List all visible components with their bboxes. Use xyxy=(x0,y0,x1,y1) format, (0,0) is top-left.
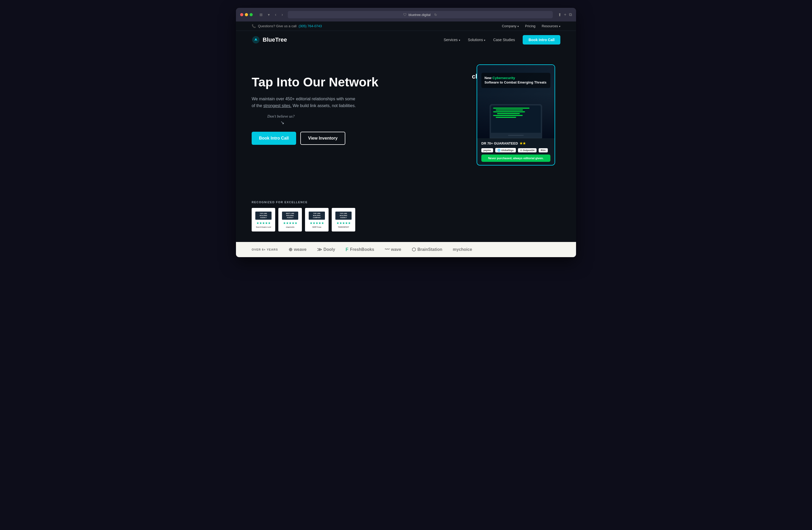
main-nav-links: Services Solutions Case Studies Book Int… xyxy=(444,35,560,44)
window-grid-button[interactable]: ⊞ xyxy=(258,12,264,17)
browser-titlebar: ⊞ ▾ ‹ › 🛡 bluetree.digital ↻ ⬆ + ⧉ xyxy=(236,8,576,22)
brand-dooly: ≫ Dooly xyxy=(317,247,335,252)
award-badge-3: TOP LINK BUILDING AGENCY ★★★★★ THEMANIFE… xyxy=(332,208,355,232)
client-logo-paymo: paymo xyxy=(481,148,493,152)
maximize-button[interactable] xyxy=(249,13,253,16)
security-icon: 🛡 xyxy=(403,13,407,17)
dont-believe-text: Don't believe us? xyxy=(267,114,378,118)
back-button[interactable]: ‹ xyxy=(273,12,278,17)
browser-controls: ⊞ ▾ ‹ › xyxy=(258,12,285,17)
book-intro-call-hero-button[interactable]: Book Intro Call xyxy=(252,132,296,145)
brainstation-icon: ⬡ xyxy=(412,247,416,252)
window-grid-chevron[interactable]: ▾ xyxy=(266,12,271,17)
client-logo-outpost24: ⊙Outpost24 xyxy=(518,148,537,152)
hero-section: Tap Into Our Network We maintain over 45… xyxy=(236,49,576,195)
client-logo-globalsign: 🌐GlobalSign xyxy=(495,148,516,152)
logos-bar: OVER 6+ YEARS ⊕ weave ≫ Dooly F FreshBoo… xyxy=(236,242,576,257)
company-nav[interactable]: Company xyxy=(502,24,519,28)
hero-left: Tap Into Our Network We maintain over 45… xyxy=(252,65,378,145)
top-bar-contact: 📞 Questions? Give us a call (305) 764-07… xyxy=(252,24,322,28)
client-logo-rsa: RSA xyxy=(539,148,548,152)
card-headline-pre: New xyxy=(484,76,492,80)
view-inventory-button[interactable]: View Inventory xyxy=(300,132,346,145)
brand-brainstation: ⬡ BrainStation xyxy=(412,247,443,252)
logo-area: BlueTree xyxy=(252,36,287,44)
address-bar[interactable]: 🛡 bluetree.digital ↻ xyxy=(288,11,553,18)
hero-right: ch New Cyber xyxy=(472,65,560,166)
arrow-down-icon: ↘ xyxy=(280,120,378,125)
award-2-source: SERP Forge xyxy=(313,226,321,228)
card-image: New Cybersecurity Software to Combat Eme… xyxy=(477,65,555,138)
pricing-nav[interactable]: Pricing xyxy=(525,24,536,28)
stars-icon: ★★ xyxy=(520,141,526,145)
logo-icon xyxy=(252,36,260,44)
new-tab-button[interactable]: + xyxy=(564,12,566,17)
browser-actions: ⬆ + ⧉ xyxy=(558,12,572,17)
svg-point-1 xyxy=(255,39,257,40)
award-3-stars: ★★★★★ xyxy=(336,221,351,225)
award-0-stars: ★★★★★ xyxy=(256,221,271,225)
client-logos: paymo 🌐GlobalSign ⊙Outpost24 RSA xyxy=(481,148,550,152)
award-2-line1: TOP LINK xyxy=(310,213,324,215)
brand-mychoice: mychoice xyxy=(453,247,472,252)
logo-text: BlueTree xyxy=(263,37,287,43)
freshbooks-icon: F xyxy=(346,247,348,252)
question-text: Questions? Give us a call xyxy=(258,24,296,28)
awards-section: RECOGNIZED FOR EXCELLENCE TOP LINK BUILD… xyxy=(236,195,576,242)
award-1-line1: BEST LINK xyxy=(283,213,297,215)
dr-badge: DR 70+ GUARANTEED ★★ xyxy=(481,141,550,145)
award-2-line3: COMPANY xyxy=(310,217,324,219)
minimize-button[interactable] xyxy=(245,13,248,16)
awards-list: TOP LINK BUILDING AGENCY ★★★★★ Search En… xyxy=(252,208,560,232)
award-1-source: siegemedia xyxy=(286,226,294,228)
resources-nav[interactable]: Resources xyxy=(542,24,560,28)
top-bar: 📞 Questions? Give us a call (305) 764-07… xyxy=(236,22,576,31)
phone-icon: 📞 xyxy=(252,24,256,28)
hero-buttons: Book Intro Call View Inventory xyxy=(252,132,378,145)
award-2-line2: BUILDING xyxy=(310,215,324,217)
url-text: bluetree.digital xyxy=(408,13,431,17)
hero-title: Tap Into Our Network xyxy=(252,75,378,89)
services-nav[interactable]: Services xyxy=(444,38,460,42)
top-bar-nav: Company Pricing Resources xyxy=(502,24,560,28)
brand-wave: 〰 wave xyxy=(385,247,401,252)
wave-icon: 〰 xyxy=(385,247,390,252)
laptop-visual: New Cybersecurity Software to Combat Eme… xyxy=(477,65,555,138)
reload-icon[interactable]: ↻ xyxy=(434,13,437,17)
phone-link[interactable]: (305) 764-0743 xyxy=(299,24,322,28)
award-0-line1: TOP LINK xyxy=(256,213,271,215)
weave-icon: ⊕ xyxy=(289,247,292,252)
card-mockup: New Cybersecurity Software to Combat Eme… xyxy=(477,65,555,166)
card-bottom: DR 70+ GUARANTEED ★★ paymo 🌐GlobalSign ⊙… xyxy=(477,138,555,165)
forward-button[interactable]: › xyxy=(280,12,284,17)
award-3-line3: AGENCY xyxy=(336,217,350,219)
award-badge-0: TOP LINK BUILDING AGENCY ★★★★★ Search En… xyxy=(252,208,275,232)
card-headline-cybersecurity: Cybersecurity xyxy=(492,76,515,80)
main-nav: BlueTree Services Solutions Case Studies… xyxy=(236,31,576,49)
awards-label: RECOGNIZED FOR EXCELLENCE xyxy=(252,200,560,204)
share-button[interactable]: ⬆ xyxy=(558,12,561,17)
hero-subtitle: We maintain over 450+ editorial relation… xyxy=(252,96,378,109)
dooly-icon: ≫ xyxy=(317,247,322,252)
award-3-line1: TOP LINK xyxy=(336,213,350,215)
award-0-line3: AGENCY xyxy=(256,217,271,219)
award-3-line2: BUILDING xyxy=(336,215,350,217)
award-3-source: THEMANIFEST xyxy=(338,226,349,228)
award-badge-1: BEST LINK BUILDING AGENCY ★★★★★ siegemed… xyxy=(278,208,302,232)
traffic-lights xyxy=(240,13,253,16)
solutions-nav[interactable]: Solutions xyxy=(468,38,485,42)
award-1-stars: ★★★★★ xyxy=(283,221,298,225)
strongest-sites-link[interactable]: strongest sites. xyxy=(263,103,291,108)
award-1-line2: BUILDING xyxy=(283,215,297,217)
book-intro-call-nav-button[interactable]: Book Intro Call xyxy=(523,35,560,44)
brand-freshbooks: F FreshBooks xyxy=(346,247,374,252)
logos-bar-label: OVER 6+ YEARS xyxy=(252,248,278,251)
award-2-stars: ★★★★★ xyxy=(310,221,324,225)
award-1-line3: AGENCY xyxy=(283,217,297,219)
browser-window: ⊞ ▾ ‹ › 🛡 bluetree.digital ↻ ⬆ + ⧉ 📞 Que… xyxy=(236,8,576,257)
case-studies-nav[interactable]: Case Studies xyxy=(493,38,515,42)
award-0-line2: BUILDING xyxy=(256,215,271,217)
tabs-button[interactable]: ⧉ xyxy=(569,12,572,17)
site-content: 📞 Questions? Give us a call (305) 764-07… xyxy=(236,22,576,257)
close-button[interactable] xyxy=(240,13,243,16)
